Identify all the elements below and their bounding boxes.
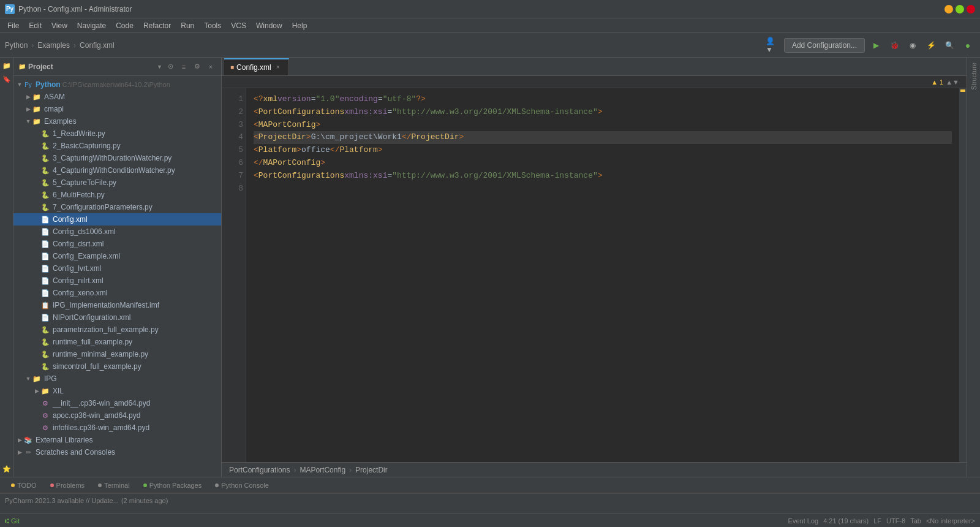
profile-run-button[interactable]: ⚡ [924,38,938,53]
breadcrumb-python[interactable]: Python [5,41,28,50]
tree-item-7_configparams[interactable]: 🐍7_ConfigurationParameters.py [13,201,221,213]
side-icon-bookmarks[interactable]: 🔖 [1,74,12,85]
tree-item-1_readwrite[interactable]: 🐍1_ReadWrite.py [13,127,221,140]
tab-xml-icon: ■ [230,64,234,70]
tree-item-2_basiccapturing[interactable]: 🐍2_BasicCapturing.py [13,140,221,152]
warning-chevron-up[interactable]: ▲ [946,78,952,86]
tab-config-xml[interactable]: ■ Config.xml × [224,58,289,75]
code-line-8[interactable] [254,183,952,195]
bc-port-configurations[interactable]: PortConfigurations [229,466,290,474]
bottom-tab-todo[interactable]: TODO [5,480,43,490]
warning-chevron-down[interactable]: ▼ [952,78,959,86]
tree-item-4_capturing[interactable]: 🐍4_CapturingWithConditionWatcher.py [13,164,221,176]
tab-close-button[interactable]: × [274,63,282,72]
project-settings[interactable]: ⚙ [192,61,203,72]
side-icon-project[interactable]: 📁 [1,60,12,71]
tree-item-3_capturing[interactable]: 🐍3_CapturingWithDurationWatcher.py [13,152,221,164]
code-line-7[interactable]: <PortConfigurations xmlns:xsi="http://ww… [254,170,952,183]
menu-item-help[interactable]: Help [287,20,312,31]
side-icon-favorites[interactable]: ⭐ [1,463,12,474]
tree-item-examples[interactable]: ▼📁Examples [13,115,221,127]
status-vcs[interactable]: ⑆ Git [5,517,20,525]
menu-item-vcs[interactable]: VCS [226,20,251,31]
tree-item-runtime-min[interactable]: 🐍runtime_minimal_example.py [13,348,221,360]
add-configuration-button[interactable]: Add Configuration... [784,38,865,53]
tree-item-apoc-pyd[interactable]: ⚙apoc.cp36-win_amd64.pyd [13,409,221,422]
code-line-1[interactable]: <?xml version="1.0" encoding="utf-8"?> [254,93,952,106]
bottom-tab-problems[interactable]: Problems [44,480,91,490]
bc-maportconfig[interactable]: MAPortConfig [300,466,345,474]
tree-item-asam[interactable]: ▶📁ASAM [13,91,221,103]
search-everywhere-button[interactable]: 🔍 [942,38,957,53]
tree-item-config-ds1006[interactable]: 📄Config_ds1006.xml [13,226,221,238]
tree-item-config-example[interactable]: 📄Config_Example.xml [13,250,221,262]
tree-arrow [33,363,40,370]
tree-item-python-root[interactable]: ▼PyPython C:\IPG\carmaker\win64-10.2\Pyt… [13,78,221,91]
coverage-button[interactable]: ◉ [905,38,920,53]
code-line-3[interactable]: <MAPortConfig> [254,119,952,132]
tree-item-runtime-full[interactable]: 🐍runtime_full_example.py [13,336,221,348]
code-line-6[interactable]: </MAPortConfig> [254,157,952,170]
tree-item-6_multifetch[interactable]: 🐍6_MultiFetch.py [13,189,221,201]
bottom-tab-label: TODO [17,482,37,489]
status-line-ending[interactable]: LF [873,517,881,525]
bc-projectdir[interactable]: ProjectDir [355,466,388,474]
tree-item-cmapi[interactable]: ▶📁cmapi [13,103,221,115]
status-encoding[interactable]: UTF-8 [886,517,905,525]
bottom-tab-terminal[interactable]: Terminal [92,480,136,490]
bottom-tab-python-packages[interactable]: Python Packages [137,480,208,490]
tree-item-ni-port[interactable]: 📄NIPortConfiguration.xml [13,311,221,324]
run-button[interactable]: ▶ [869,38,883,53]
project-close[interactable]: × [205,61,216,72]
project-collapse-all[interactable]: ≡ [178,61,189,72]
menu-item-tools[interactable]: Tools [199,20,226,31]
tree-item-config-dsrt[interactable]: 📄Config_dsrt.xml [13,238,221,250]
code-line-5[interactable]: <Platform>office</Platform> [254,144,952,157]
status-event-log[interactable]: Event Log [788,517,819,525]
tree-item-init-pyd[interactable]: ⚙__init__.cp36-win_amd64.pyd [13,397,221,409]
tree-item-5_capture[interactable]: 🐍5_CaptureToFile.py [13,176,221,189]
menu-item-edit[interactable]: Edit [24,20,47,31]
tree-item-config-xml[interactable]: 📄Config.xml [13,213,221,226]
code-line-2[interactable]: <PortConfigurations xmlns:xsi="http://ww… [254,106,952,119]
status-indent[interactable]: Tab [910,517,921,525]
breadcrumb-examples[interactable]: Examples [37,41,70,50]
breadcrumb-configxml[interactable]: Config.xml [80,41,115,50]
tree-item-ipg[interactable]: ▼📁IPG [13,373,221,385]
menu-item-view[interactable]: View [47,20,72,31]
file-icon-folder: 📁 [32,374,42,384]
tree-item-config-lvrt[interactable]: 📄Config_lvrt.xml [13,262,221,275]
tree-item-ipg-manifest[interactable]: 📋IPG_ImplementationManifest.imf [13,299,221,311]
code-area[interactable]: <?xml version="1.0" encoding="utf-8"?><P… [246,88,959,462]
file-icon-xml: 📄 [40,214,50,224]
tree-item-config-nilrt[interactable]: 📄Config_nilrt.xml [13,275,221,287]
close-button[interactable] [967,5,975,13]
tree-item-param-full[interactable]: 🐍parametrization_full_example.py [13,324,221,336]
project-scroll-from-source[interactable]: ⊙ [165,61,176,72]
tree-item-label: simcontrol_full_example.py [53,362,141,371]
profile-dropdown[interactable]: 👤▼ [766,38,780,53]
tree-item-scratches[interactable]: ▶✏Scratches and Consoles [13,446,221,458]
settings-icon[interactable]: ● [960,38,975,53]
debug-button[interactable]: 🐞 [887,38,902,53]
tree-item-xil[interactable]: ▶📁XIL [13,385,221,397]
maximize-button[interactable] [956,5,964,13]
tree-item-config-xeno[interactable]: 📄Config_xeno.xml [13,287,221,299]
menu-item-navigate[interactable]: Navigate [72,20,111,31]
bottom-tab-python-console[interactable]: Python Console [209,480,275,490]
menu-item-file[interactable]: File [2,20,24,31]
tree-item-simcontrol[interactable]: 🐍simcontrol_full_example.py [13,360,221,373]
minimize-button[interactable] [944,5,953,13]
project-dropdown-icon[interactable]: ▼ [157,64,162,70]
side-icon-structure[interactable] [1,450,12,461]
menu-item-refactor[interactable]: Refactor [138,20,176,31]
tree-item-infofiles-pyd[interactable]: ⚙infofiles.cp36-win_amd64.pyd [13,422,221,434]
menu-item-code[interactable]: Code [111,20,138,31]
editor-scrollbar[interactable] [959,88,967,462]
menu-item-run[interactable]: Run [176,20,199,31]
status-position[interactable]: 4:21 (19 chars) [823,517,869,525]
menu-item-window[interactable]: Window [251,20,287,31]
tree-item-ext-libs[interactable]: ▶📚External Libraries [13,434,221,446]
code-line-4[interactable]: <ProjectDir>G:\cm_project\Work1</Project… [254,131,952,144]
status-interpreter[interactable]: <No interpreter> [926,517,975,525]
